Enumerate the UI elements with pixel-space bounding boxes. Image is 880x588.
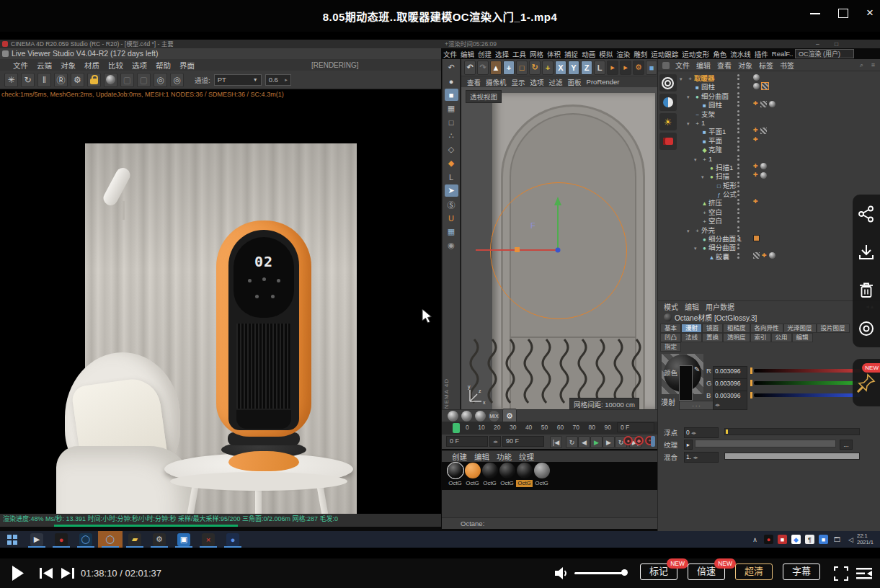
play-icon[interactable] — [12, 566, 25, 581]
volume-icon[interactable] — [555, 566, 569, 580]
visibility-dots[interactable] — [737, 137, 739, 139]
mix-icon[interactable]: MIX — [489, 411, 499, 422]
om-menu-书签[interactable]: 书签 — [780, 60, 794, 71]
axis-z-icon[interactable]: Z — [581, 61, 592, 75]
visibility-dots[interactable] — [737, 101, 739, 103]
gradient-marker[interactable] — [750, 392, 752, 398]
maximize-icon[interactable] — [838, 9, 848, 18]
tree-item-空白[interactable]: +空白 — [678, 207, 880, 215]
tree-item-细分曲面[interactable]: ▾●细分曲面 — [678, 242, 880, 251]
loop-icon[interactable]: ↻ — [566, 436, 578, 448]
tree-item-取暖器[interactable]: ▾+取暖器 — [678, 73, 880, 81]
lv-menu-对象[interactable]: 对象 — [61, 60, 76, 71]
timeline-scrollbar[interactable] — [651, 436, 655, 447]
layout-dropdown[interactable]: OC渲染 (用户) — [795, 49, 854, 58]
om-menu-对象[interactable]: 对象 — [738, 60, 752, 71]
display-icon[interactable]: 🗔 — [832, 535, 842, 544]
float-slider[interactable] — [724, 428, 860, 435]
main-menu-工具[interactable]: 工具 — [512, 49, 526, 59]
tree-item-矩形[interactable]: □矩形 — [678, 180, 880, 189]
axis-x-icon[interactable]: X — [555, 61, 566, 75]
lv-menu-界面[interactable]: 界面 — [179, 60, 195, 71]
tag-phong-icon[interactable] — [760, 163, 767, 169]
visibility-dots[interactable] — [737, 74, 739, 76]
tree-item-外壳[interactable]: ▾+外壳 — [678, 225, 880, 233]
material-tab-编辑[interactable]: 编辑 — [792, 333, 813, 342]
taskbar-app-c4d-active[interactable]: ◯ — [98, 531, 123, 548]
next-icon[interactable] — [61, 568, 74, 579]
axis-gizmo[interactable]: F — [461, 188, 657, 275]
undo-strip-icon[interactable]: ↶ — [445, 61, 458, 74]
mix-value-field[interactable]: 1. ◂▸ — [684, 452, 719, 463]
tag-plus-icon[interactable]: ✚ — [762, 252, 767, 259]
view-label[interactable]: 透视视图 — [466, 90, 502, 103]
material-tab-索引[interactable]: 索引 — [750, 333, 771, 342]
visibility-dots[interactable] — [737, 119, 739, 121]
channel-dropdown[interactable]: PT▼ — [214, 74, 262, 86]
tree-item-平面1[interactable]: ■平面1✚ — [678, 126, 880, 135]
main-menu-渲染[interactable]: 渲染 — [616, 49, 630, 59]
tag-phong-icon[interactable] — [753, 74, 760, 81]
attr-menu-编辑[interactable]: 编辑 — [685, 301, 699, 312]
viewport-menu-显示[interactable]: 显示 — [512, 77, 525, 87]
viewport-menu-查看[interactable]: 查看 — [467, 77, 481, 87]
channel-gradient-slider[interactable] — [754, 381, 861, 385]
undo-icon[interactable]: ↶ — [464, 61, 476, 75]
stop-red-icon[interactable]: ■ — [778, 535, 787, 544]
viewport-menu-ProRender[interactable]: ProRender — [587, 78, 620, 86]
shade-ball-3-icon[interactable] — [475, 411, 486, 422]
tag-plus-icon[interactable]: ✚ — [753, 172, 758, 179]
material-tab-透明度[interactable]: 透明度 — [723, 333, 750, 342]
main-menu-编辑[interactable]: 编辑 — [461, 49, 474, 59]
gear-tile-icon[interactable]: ⚙ — [502, 409, 517, 423]
tree-item-空白[interactable]: +空白 — [678, 215, 880, 224]
frame-end-field[interactable]: 90 F — [502, 436, 544, 447]
main-menu-流水线[interactable]: 流水线 — [730, 49, 751, 59]
visibility-dots[interactable] — [737, 253, 739, 255]
scale-icon[interactable]: □ — [516, 61, 528, 75]
taskbar-app-settings[interactable]: ⚙ — [147, 531, 172, 548]
lv-menu-比较[interactable]: 比较 — [108, 60, 123, 71]
main-menu-插件[interactable]: 插件 — [755, 49, 768, 59]
taskbar-app-app-blue[interactable]: ▣ — [172, 531, 196, 548]
lv-menu-选项[interactable]: 选项 — [132, 60, 147, 71]
viewport-menu-面板[interactable]: 面板 — [568, 77, 582, 87]
c4d-minimize-icon[interactable]: – — [816, 40, 819, 48]
main-menu-雕刻[interactable]: 雕刻 — [634, 49, 647, 59]
texture-mode-icon[interactable]: ▦ — [445, 102, 458, 115]
sample-field[interactable]: 0.6▸ — [265, 74, 291, 86]
tag-phong-icon[interactable] — [769, 101, 775, 107]
taskbar-app-player[interactable]: ▶ — [25, 531, 49, 548]
axis-mode-icon[interactable]: L — [445, 171, 458, 183]
timeline-ruler[interactable]: 0102030405060708090 0 F — [442, 422, 657, 435]
tag-phong-icon[interactable] — [760, 172, 767, 179]
render-view[interactable]: 02 — [0, 89, 441, 514]
tag-phong-icon[interactable] — [769, 252, 775, 259]
material-menu-纹理[interactable]: 纹理 — [519, 451, 534, 462]
chevron-up-icon[interactable]: ∧ — [750, 535, 760, 544]
points-mode-icon[interactable]: ∴ — [445, 130, 458, 142]
plus-icon[interactable]: + — [542, 61, 554, 75]
ghost1-icon[interactable]: ▢ — [120, 73, 134, 87]
lv-menu-文件[interactable]: 文件 — [13, 60, 28, 71]
taskbar-clock[interactable]: 22:12021/1 — [857, 533, 880, 545]
gradient-marker[interactable] — [750, 380, 752, 386]
list-icon[interactable]: ≡ — [871, 61, 875, 68]
render-settings-icon[interactable]: ⚙ — [633, 61, 644, 75]
tree-item-扫描[interactable]: ▾●扫描✚ — [678, 171, 880, 179]
tag-plus-icon[interactable]: ✚ — [753, 163, 758, 170]
channel-value-field[interactable]: 0.003096 ◂▸ — [713, 391, 747, 410]
move-icon[interactable]: + — [503, 61, 515, 75]
play-icon[interactable]: ▶ — [590, 436, 603, 448]
attr-menu-模式[interactable]: 模式 — [664, 301, 678, 312]
visibility-dots[interactable] — [737, 172, 739, 174]
c4d-maximize-icon[interactable]: □ — [835, 40, 838, 48]
render-view-icon[interactable]: ▸ — [607, 61, 618, 75]
material-tab-投片图层[interactable]: 投片图层 — [817, 324, 850, 333]
record-icon[interactable] — [858, 320, 875, 337]
taskbar-app-explorer[interactable]: ▰ — [123, 531, 147, 548]
visibility-dots[interactable] — [737, 128, 739, 130]
frame-spinner[interactable]: ◂▸ — [489, 436, 501, 447]
color-more-button[interactable]: . . . — [679, 401, 714, 410]
polygons-mode-icon[interactable]: ◆ — [445, 157, 458, 169]
